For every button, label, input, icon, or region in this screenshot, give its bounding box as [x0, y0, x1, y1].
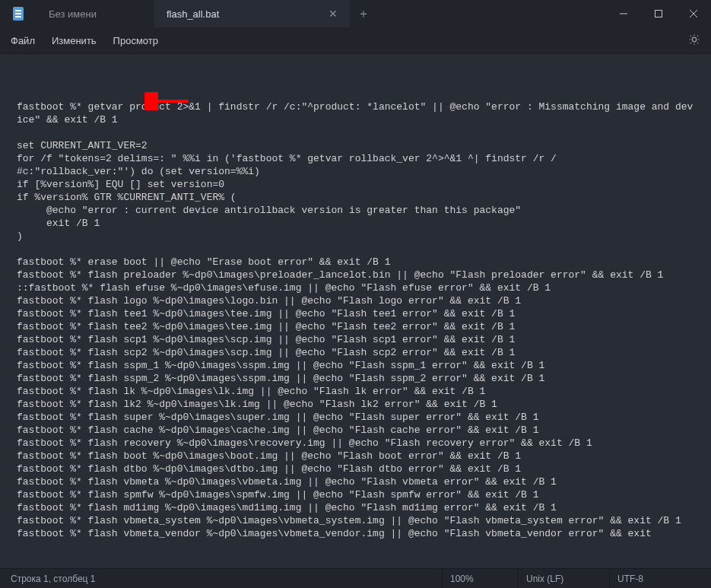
- status-zoom[interactable]: 100%: [442, 569, 518, 588]
- code-line[interactable]: fastboot %* flash sspm_2 %~dp0\images\ss…: [17, 372, 699, 385]
- gear-icon: [688, 33, 700, 46]
- tab-flash-all[interactable]: flash_all.bat ✕: [154, 0, 350, 27]
- code-line[interactable]: exit /B 1: [17, 217, 699, 230]
- code-line[interactable]: fastboot %* flash lk %~dp0\images\lk.img…: [17, 385, 699, 398]
- close-button[interactable]: [676, 0, 711, 27]
- app-icon: [0, 0, 37, 27]
- code-line[interactable]: fastboot %* flash cache %~dp0\images\cac…: [17, 424, 699, 437]
- code-line[interactable]: fastboot %* flash md1img %~dp0\images\md…: [17, 501, 699, 514]
- titlebar[interactable]: Без имени flash_all.bat ✕ ＋: [0, 0, 711, 27]
- code-line[interactable]: fastboot %* flash sspm_1 %~dp0\images\ss…: [17, 359, 699, 372]
- code-line[interactable]: fastboot %* flash recovery %~dp0\images\…: [17, 437, 699, 450]
- code-line[interactable]: fastboot %* flash vbmeta %~dp0\images\vb…: [17, 475, 699, 488]
- code-line[interactable]: [17, 243, 699, 256]
- settings-button[interactable]: [688, 33, 700, 48]
- svg-rect-1: [655, 11, 662, 17]
- code-line[interactable]: fastboot %* flash tee1 %~dp0\images\tee.…: [17, 307, 699, 320]
- tab-label: Без имени: [49, 8, 97, 20]
- menu-edit[interactable]: Изменить: [52, 35, 97, 46]
- code-line[interactable]: set CURRENT_ANTI_VER=2: [17, 139, 699, 152]
- maximize-button[interactable]: [641, 0, 676, 27]
- menubar: Файл Изменить Просмотр: [0, 27, 711, 53]
- code-line[interactable]: for /f "tokens=2 delims=: " %%i in ('fas…: [17, 152, 699, 165]
- window-controls: [606, 0, 711, 27]
- status-eol[interactable]: Unix (LF): [518, 569, 609, 588]
- code-line[interactable]: fastboot %* erase boot || @echo "Erase b…: [17, 256, 699, 269]
- status-encoding[interactable]: UTF-8: [609, 569, 700, 588]
- code-line[interactable]: fastboot %* flash super %~dp0\images\sup…: [17, 411, 699, 424]
- menu-view[interactable]: Просмотр: [113, 35, 158, 46]
- code-line[interactable]: fastboot %* flash boot %~dp0\images\boot…: [17, 450, 699, 462]
- tabs-container: flash_all.bat ✕ ＋: [109, 0, 606, 27]
- code-line[interactable]: fastboot %* flash vbmeta_vendor %~dp0\im…: [17, 527, 699, 540]
- code-line[interactable]: if %version% GTR %CURRENT_ANTI_VER% (: [17, 191, 699, 204]
- code-line[interactable]: fastboot %* flash dtbo %~dp0\images\dtbo…: [17, 462, 699, 475]
- editor-area[interactable]: fastboot %* getvar product 2>&1 | findst…: [0, 54, 711, 568]
- statusbar: Строка 1, столбец 1 100% Unix (LF) UTF-8: [0, 568, 711, 588]
- tab-label: flash_all.bat: [167, 8, 219, 20]
- app-window: Без имени flash_all.bat ✕ ＋ Файл Измени: [0, 0, 711, 588]
- close-icon[interactable]: ✕: [329, 8, 338, 19]
- code-line[interactable]: fastboot %* flash lk2 %~dp0\images\lk.im…: [17, 398, 699, 411]
- code-line[interactable]: fastboot %* getvar product 2>&1 | findst…: [17, 100, 699, 126]
- code-line[interactable]: ::fastboot %* flash efuse %~dp0\images\e…: [17, 281, 699, 294]
- menu-file[interactable]: Файл: [11, 35, 35, 46]
- code-line[interactable]: fastboot %* flash scp1 %~dp0\images\scp.…: [17, 333, 699, 346]
- code-line[interactable]: fastboot %* flash logo %~dp0\images\logo…: [17, 294, 699, 307]
- code-line[interactable]: #c:"rollback_ver:"') do (set version=%%i…: [17, 165, 699, 178]
- code-line[interactable]: ): [17, 230, 699, 243]
- new-tab-button[interactable]: ＋: [350, 0, 377, 27]
- code-line[interactable]: fastboot %* flash spmfw %~dp0\images\spm…: [17, 488, 699, 501]
- code-line[interactable]: if [%version%] EQU [] set version=0: [17, 178, 699, 191]
- code-line[interactable]: @echo "error : current device antirollba…: [17, 204, 699, 217]
- code-line[interactable]: [17, 126, 699, 139]
- tab-untitled[interactable]: Без имени: [37, 0, 109, 27]
- status-position[interactable]: Строка 1, столбец 1: [11, 574, 110, 584]
- minimize-button[interactable]: [606, 0, 641, 27]
- code-line[interactable]: fastboot %* flash scp2 %~dp0\images\scp.…: [17, 346, 699, 359]
- code-line[interactable]: fastboot %* flash preloader %~dp0\images…: [17, 269, 699, 281]
- code-line[interactable]: fastboot %* flash vbmeta_system %~dp0\im…: [17, 514, 699, 527]
- code-line[interactable]: fastboot %* flash tee2 %~dp0\images\tee.…: [17, 320, 699, 333]
